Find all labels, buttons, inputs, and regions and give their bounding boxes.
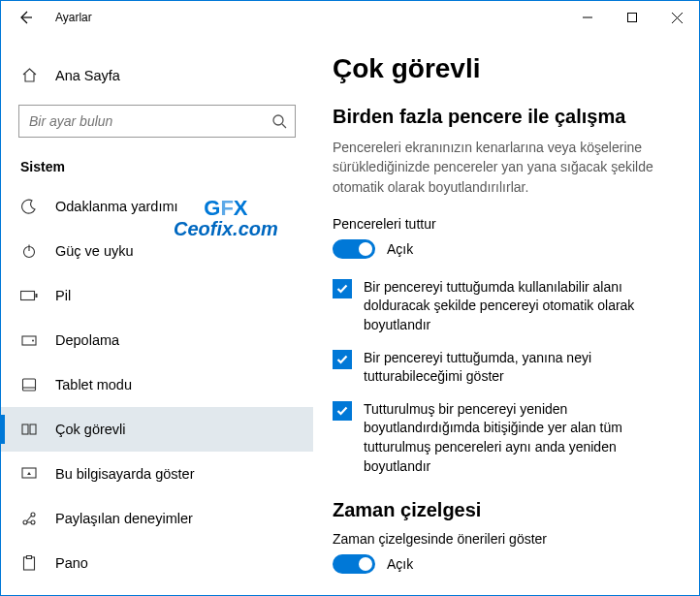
sidebar-item-clipboard[interactable]: Pano <box>1 541 313 585</box>
svg-rect-9 <box>36 294 38 298</box>
svg-line-5 <box>282 124 286 128</box>
svg-line-20 <box>27 516 32 521</box>
section-snap-title: Birden fazla pencere ile çalışma <box>333 106 670 128</box>
svg-rect-8 <box>21 292 35 300</box>
category-label: Sistem <box>1 138 313 184</box>
snap-option-suggest[interactable]: Bir pencereyi tuttuğumda, yanına neyi tu… <box>333 349 670 387</box>
sidebar-item-label: Çok görevli <box>55 422 126 437</box>
snap-option-resize-together[interactable]: Tutturulmuş bir pencereyi yeniden boyutl… <box>333 400 670 476</box>
moon-icon <box>20 199 38 214</box>
search-input[interactable] <box>29 113 271 129</box>
sidebar-item-label: Bu bilgisayarda göster <box>55 466 194 482</box>
battery-icon <box>20 290 38 301</box>
page-title: Çok görevli <box>333 53 670 84</box>
snap-toggle[interactable] <box>333 239 375 259</box>
snap-option-label: Tutturulmuş bir pencereyi yeniden boyutl… <box>364 400 670 476</box>
sidebar-item-label: Güç ve uyku <box>55 243 134 259</box>
home-label: Ana Sayfa <box>55 68 120 83</box>
close-button[interactable] <box>654 3 699 32</box>
back-button[interactable] <box>15 7 36 28</box>
sidebar-item-power-sleep[interactable]: Güç ve uyku <box>1 229 313 273</box>
sidebar-item-multitasking[interactable]: Çok görevli <box>1 407 313 452</box>
sidebar-item-tablet-mode[interactable]: Tablet modu <box>1 362 313 407</box>
svg-point-11 <box>32 340 34 342</box>
sidebar-item-label: Paylaşılan deneyimler <box>55 511 193 526</box>
sidebar-item-label: Odaklanma yardımı <box>55 199 178 214</box>
snap-toggle-label: Pencereleri tuttur <box>333 216 670 232</box>
titlebar: Ayarlar <box>1 1 699 34</box>
svg-rect-1 <box>628 14 637 22</box>
window-controls <box>565 3 699 32</box>
tablet-icon <box>20 377 38 392</box>
checkbox-checked-icon <box>333 401 352 421</box>
search-box[interactable] <box>18 105 296 138</box>
sidebar-item-storage[interactable]: Depolama <box>1 318 313 362</box>
app-title: Ayarlar <box>55 11 92 24</box>
svg-rect-12 <box>23 379 36 391</box>
sidebar-item-project[interactable]: Bu bilgisayarda göster <box>1 452 313 496</box>
sidebar-item-battery[interactable]: Pil <box>1 273 313 318</box>
svg-rect-14 <box>22 424 28 434</box>
sidebar-item-label: Pil <box>55 288 71 303</box>
sidebar-item-label: Tablet modu <box>55 377 132 392</box>
project-icon <box>20 466 38 482</box>
snap-option-label: Bir pencereyi tuttuğumda kullanılabilir … <box>364 278 670 335</box>
checkbox-checked-icon <box>333 279 352 298</box>
timeline-toggle[interactable] <box>333 554 375 574</box>
snap-toggle-state: Açık <box>387 241 413 257</box>
content-panel: Çok görevli Birden fazla pencere ile çal… <box>313 34 699 595</box>
sidebar-item-label: Pano <box>55 555 88 571</box>
home-link[interactable]: Ana Sayfa <box>1 59 313 91</box>
timeline-toggle-state: Açık <box>387 556 413 572</box>
multitask-icon <box>20 422 38 437</box>
storage-icon <box>20 332 38 348</box>
snap-option-label: Bir pencereyi tuttuğumda, yanına neyi tu… <box>364 349 670 387</box>
sidebar-item-label: Depolama <box>55 332 119 348</box>
section-snap-description: Pencereleri ekranınızın kenarlarına veya… <box>333 138 670 197</box>
minimize-button[interactable] <box>565 3 610 32</box>
sidebar-item-shared-experiences[interactable]: Paylaşılan deneyimler <box>1 496 313 541</box>
svg-rect-23 <box>27 556 32 559</box>
shared-icon <box>20 511 38 526</box>
svg-rect-15 <box>30 424 36 434</box>
section-timeline-title: Zaman çizelgesi <box>333 499 670 521</box>
sidebar: Ana Sayfa Sistem Odaklanma yardımı Güç v… <box>1 34 313 595</box>
checkbox-checked-icon <box>333 350 352 369</box>
nav-list: Odaklanma yardımı Güç ve uyku Pil Depola… <box>1 184 313 585</box>
home-icon <box>20 67 38 83</box>
search-icon <box>271 113 287 129</box>
timeline-toggle-label: Zaman çizelgesinde önerileri göster <box>333 531 670 547</box>
sidebar-item-focus-assist[interactable]: Odaklanma yardımı <box>1 184 313 229</box>
clipboard-icon <box>20 555 38 571</box>
power-icon <box>20 243 38 259</box>
snap-option-autofill[interactable]: Bir pencereyi tuttuğumda kullanılabilir … <box>333 278 670 335</box>
svg-point-19 <box>31 520 35 524</box>
maximize-button[interactable] <box>610 3 654 32</box>
svg-point-4 <box>273 115 283 125</box>
